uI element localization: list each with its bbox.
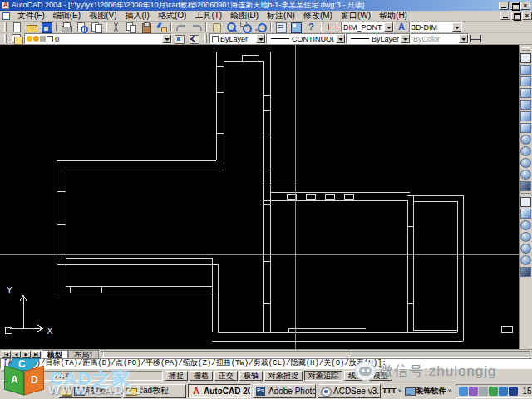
sw-isometric-view-icon[interactable] xyxy=(520,135,531,145)
text-style-icon[interactable] xyxy=(395,22,408,32)
layer-combo[interactable]: 0 xyxy=(24,33,172,44)
publish-icon[interactable] xyxy=(90,22,103,32)
render-icon[interactable] xyxy=(520,197,531,207)
match-properties-icon[interactable] xyxy=(155,22,168,32)
chevron-down-icon[interactable] xyxy=(459,34,468,43)
menu-tools[interactable]: 工具(T) xyxy=(190,10,226,22)
menu-view[interactable]: 视图(V) xyxy=(85,10,121,22)
taskbar-button-photoshop[interactable]: Adobe Photo... xyxy=(253,384,316,398)
chevron-down-icon[interactable] xyxy=(336,34,345,43)
doc-close-button[interactable] xyxy=(522,12,532,20)
osnap-toggle[interactable]: 对象捕捉 xyxy=(264,371,303,381)
right-view-icon[interactable] xyxy=(520,100,531,110)
copy-icon[interactable] xyxy=(125,22,138,32)
chevron-icon[interactable]: » xyxy=(398,387,402,395)
color-combo[interactable]: ByLayer xyxy=(209,33,266,44)
chevron-down-icon[interactable] xyxy=(256,34,265,43)
save-icon[interactable] xyxy=(40,22,53,32)
bottom-view-icon[interactable] xyxy=(520,76,531,86)
dim-style-combo[interactable]: DIM_PONT xyxy=(341,22,394,32)
se-isometric-view-icon[interactable] xyxy=(520,146,531,156)
cut-icon[interactable] xyxy=(110,22,123,32)
layer-properties-icon[interactable] xyxy=(10,33,23,44)
dim-style-icon[interactable] xyxy=(327,22,340,32)
help-icon[interactable] xyxy=(304,22,318,32)
floor-plan-drawing[interactable]: YX xyxy=(0,45,519,349)
toolbar-grip[interactable] xyxy=(321,22,323,32)
camera-icon[interactable] xyxy=(520,181,531,191)
back-view-icon[interactable] xyxy=(520,123,531,133)
pan-icon[interactable] xyxy=(209,22,223,32)
flat-shaded-icon[interactable] xyxy=(520,255,531,265)
redo-icon[interactable] xyxy=(190,22,203,32)
doc-restore-button[interactable] xyxy=(511,12,521,20)
menu-edit[interactable]: 编辑(E) xyxy=(49,10,85,22)
front-view-icon[interactable] xyxy=(520,111,531,121)
doc-minimize-button[interactable] xyxy=(500,12,510,20)
menu-modify[interactable]: 修改(M) xyxy=(299,10,337,22)
zoom-window-icon[interactable] xyxy=(239,22,253,32)
top-view-icon[interactable] xyxy=(520,65,531,75)
linetype-combo[interactable]: CONTINUOUS xyxy=(266,33,346,44)
make-object-layer-current-icon[interactable] xyxy=(173,33,186,44)
drawing-canvas[interactable]: YX xyxy=(0,45,519,349)
plot-preview-icon[interactable] xyxy=(75,22,88,32)
restore-button[interactable] xyxy=(510,2,520,10)
antivirus-icon[interactable] xyxy=(489,387,498,396)
input-method-icon[interactable] xyxy=(509,387,518,396)
chevron-down-icon[interactable] xyxy=(401,34,410,43)
otrack-toggle[interactable]: 对象追踪 xyxy=(304,371,342,381)
lineweight-combo[interactable]: ByLayer xyxy=(346,33,411,44)
paste-icon[interactable] xyxy=(140,22,153,32)
zoom-realtime-icon[interactable] xyxy=(224,22,238,32)
scrollbar-thumb[interactable] xyxy=(103,352,352,357)
toolbar-folder-icon[interactable] xyxy=(404,386,415,397)
menu-format[interactable]: 格式(O) xyxy=(154,10,190,22)
menu-window[interactable]: 窗口(W) xyxy=(337,10,375,22)
taskbar-button-autocad[interactable]: AutoCAD 200... xyxy=(188,384,251,398)
volume-icon[interactable] xyxy=(479,387,488,396)
toolbar-grip[interactable] xyxy=(204,34,207,43)
menu-file[interactable]: 文件(F) xyxy=(13,10,49,22)
close-button[interactable] xyxy=(520,2,530,10)
qq-icon[interactable] xyxy=(459,387,468,396)
designcenter-icon[interactable] xyxy=(289,22,303,32)
document-icon[interactable] xyxy=(2,12,10,20)
chevron-down-icon[interactable] xyxy=(384,22,393,32)
snap-toggle[interactable]: 捕捉 xyxy=(165,371,188,381)
properties-icon[interactable] xyxy=(274,22,288,32)
left-view-icon[interactable] xyxy=(520,88,531,98)
ne-isometric-view-icon[interactable] xyxy=(520,158,531,168)
3d-wireframe-icon[interactable] xyxy=(520,232,531,242)
messenger-icon[interactable] xyxy=(469,387,478,396)
chevron-icon[interactable]: » xyxy=(448,387,452,395)
named-views-icon[interactable] xyxy=(520,53,531,63)
hide-icon[interactable] xyxy=(520,209,531,219)
tab-layout1[interactable]: 布局1 xyxy=(68,350,99,358)
hidden-shade-icon[interactable] xyxy=(520,244,531,254)
network-icon[interactable] xyxy=(499,387,508,396)
undo-icon[interactable] xyxy=(175,22,188,32)
toolbar-grip[interactable] xyxy=(4,34,7,43)
zoom-previous-icon[interactable] xyxy=(254,22,268,32)
gouraud-shaded-icon[interactable] xyxy=(520,267,531,277)
chevron-down-icon[interactable] xyxy=(452,22,461,32)
new-icon[interactable] xyxy=(10,22,23,32)
plotstyle-combo[interactable]: ByColor xyxy=(411,33,469,44)
ortho-toggle[interactable]: 正交 xyxy=(214,371,238,381)
taskbar-button-acdsee[interactable]: ACDSee v3.1... xyxy=(318,384,381,398)
layer-previous-icon[interactable] xyxy=(188,33,201,44)
taskbar-toolbar-label2[interactable]: 装饰软件 xyxy=(416,386,446,397)
2d-wireframe-icon[interactable] xyxy=(520,220,531,230)
polar-toggle[interactable]: 极轴 xyxy=(239,371,263,381)
horizontal-scrollbar[interactable] xyxy=(101,351,530,358)
toolbar-grip[interactable] xyxy=(4,22,7,32)
linear-dimension-icon[interactable] xyxy=(470,33,483,44)
open-icon[interactable] xyxy=(25,22,38,32)
menu-insert[interactable]: 插入(I) xyxy=(121,10,153,22)
minimize-button[interactable] xyxy=(499,2,509,10)
text-style-combo[interactable]: 3D-DIM xyxy=(409,22,462,32)
menu-help[interactable]: 帮助(H) xyxy=(375,10,411,22)
grid-toggle[interactable]: 栅格 xyxy=(190,371,213,381)
taskbar-toolbar-label[interactable]: TTT xyxy=(382,387,397,395)
